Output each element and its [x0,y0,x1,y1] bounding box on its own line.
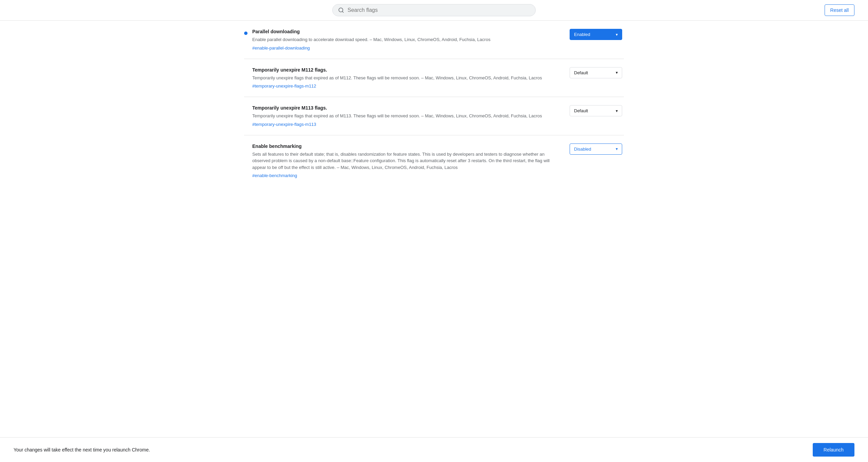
flag-control: Disabled▾ [570,143,624,155]
flag-content: Enable benchmarkingSets all features to … [244,143,570,178]
search-icon [338,7,344,13]
flag-description: Enable parallel downloading to accelerat… [252,36,556,43]
chevron-down-icon: ▾ [616,32,618,37]
flag-item: Temporarily unexpire M113 flags.Temporar… [244,97,624,135]
dropdown-label: Enabled [574,32,590,37]
chevron-down-icon: ▾ [616,147,618,151]
flag-link[interactable]: #enable-parallel-downloading [252,45,310,51]
flag-item: Enable benchmarkingSets all features to … [244,135,624,187]
flag-name-highlighted: Parallel downloading [252,29,300,34]
active-flag-dot [244,32,248,35]
main-content: Parallel downloadingEnable parallel down… [0,21,868,462]
dropdown-label: Default [574,108,588,113]
dropdown-label: Default [574,70,588,75]
flag-item: Parallel downloadingEnable parallel down… [244,21,624,59]
search-bar-wrapper [332,4,536,16]
flag-dropdown[interactable]: Disabled▾ [570,143,622,155]
flag-dropdown[interactable]: Default▾ [570,105,622,116]
chevron-down-icon: ▾ [616,109,618,113]
flag-description: Temporarily unexpire flags that expired … [252,75,556,81]
relaunch-button[interactable]: Relaunch [813,443,854,457]
flag-content: Parallel downloadingEnable parallel down… [244,29,570,51]
flag-content: Temporarily unexpire M112 flags.Temporar… [244,67,570,89]
dropdown-label: Disabled [574,147,591,152]
bottom-bar: Your changes will take effect the next t… [0,437,868,462]
reset-all-button[interactable]: Reset all [825,4,854,16]
flag-link[interactable]: #enable-benchmarking [252,173,297,178]
flags-list: Parallel downloadingEnable parallel down… [231,21,637,186]
flag-description: Sets all features to their default state… [252,151,556,171]
flag-item: Temporarily unexpire M112 flags.Temporar… [244,59,624,97]
flag-dropdown[interactable]: Enabled▾ [570,29,622,40]
flag-name: Temporarily unexpire M113 flags. [252,105,556,111]
flag-dropdown[interactable]: Default▾ [570,67,622,78]
search-input[interactable] [348,7,530,13]
flag-description: Temporarily unexpire flags that expired … [252,113,556,119]
flag-control: Default▾ [570,105,624,116]
search-bar [332,4,536,16]
flag-name: Enable benchmarking [252,143,556,149]
flag-link[interactable]: #temporary-unexpire-flags-m113 [252,122,316,127]
flag-name: Parallel downloading [252,29,556,34]
flag-control: Enabled▾ [570,29,624,40]
flag-link[interactable]: #temporary-unexpire-flags-m112 [252,83,316,89]
svg-line-1 [342,11,343,12]
flag-name: Temporarily unexpire M112 flags. [252,67,556,73]
flag-control: Default▾ [570,67,624,78]
header: Reset all [0,0,868,21]
bottom-bar-message: Your changes will take effect the next t… [14,447,150,453]
flag-content: Temporarily unexpire M113 flags.Temporar… [244,105,570,127]
chevron-down-icon: ▾ [616,70,618,75]
